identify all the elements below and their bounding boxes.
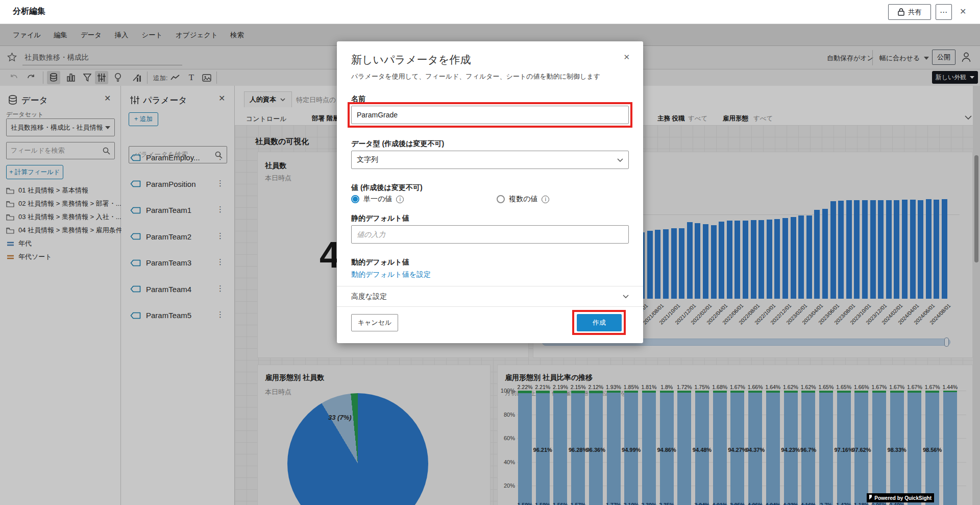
modal-close-icon[interactable]: ✕ — [623, 53, 630, 62]
static-default-label: 静的デフォルト値 — [351, 214, 409, 223]
quicksight-logo-icon — [869, 495, 872, 501]
top-bar: 分析編集 共有 ⋯ ✕ — [0, 0, 980, 24]
dynamic-default-link[interactable]: 動的デフォルト値を設定 — [351, 270, 431, 279]
data-type-value: 文字列 — [357, 155, 378, 164]
create-parameter-modal: 新しいパラメータを作成 ✕ パラメータを使用して、フィールド、フィルター、シート… — [337, 41, 643, 343]
parameter-name-input[interactable] — [351, 106, 629, 124]
dynamic-default-label: 動的デフォルト値 — [351, 258, 409, 267]
close-analysis-icon[interactable]: ✕ — [960, 7, 966, 16]
chevron-down-icon — [623, 295, 629, 298]
radio-unselected-icon — [497, 195, 505, 203]
quicksight-analysis-editor: 人的資本 特定日時点の コントロール 部署 階層 主務 役職 すべて 雇用形態 … — [0, 0, 980, 505]
radio-single-value[interactable]: 単一の値 i — [351, 195, 404, 204]
radio-selected-icon — [351, 195, 359, 203]
value-mode-label: 値 (作成後は変更不可) — [351, 183, 423, 193]
share-label: 共有 — [908, 8, 921, 17]
cancel-button[interactable]: キャンセル — [351, 314, 398, 331]
create-button[interactable]: 作成 — [577, 314, 622, 331]
badge-text: Powered by QuickSight — [874, 495, 932, 501]
radio-multi-value[interactable]: 複数の値 i — [497, 195, 549, 204]
info-icon[interactable]: i — [396, 196, 404, 203]
data-type-select[interactable]: 文字列 — [351, 151, 629, 169]
advanced-settings-label: 高度な設定 — [351, 292, 387, 301]
lock-icon — [898, 8, 904, 16]
data-type-label: データ型 (作成後は変更不可) — [351, 139, 444, 149]
more-menu-button[interactable]: ⋯ — [936, 4, 952, 20]
page-title: 分析編集 — [13, 6, 45, 17]
info-icon[interactable]: i — [542, 196, 549, 203]
modal-description: パラメータを使用して、フィールド、フィルター、シートの値を動的に制御します — [351, 72, 600, 81]
quicksight-badge: Powered by QuickSight — [867, 493, 934, 502]
static-default-input[interactable] — [351, 225, 629, 244]
chevron-down-icon — [617, 158, 623, 162]
name-label: 名前 — [351, 94, 365, 104]
radio-single-label: 単一の値 — [363, 195, 392, 204]
radio-multi-label: 複数の値 — [509, 195, 537, 204]
share-button[interactable]: 共有 — [888, 4, 931, 20]
advanced-settings-expander[interactable]: 高度な設定 — [337, 286, 643, 307]
modal-title: 新しいパラメータを作成 — [351, 53, 471, 67]
